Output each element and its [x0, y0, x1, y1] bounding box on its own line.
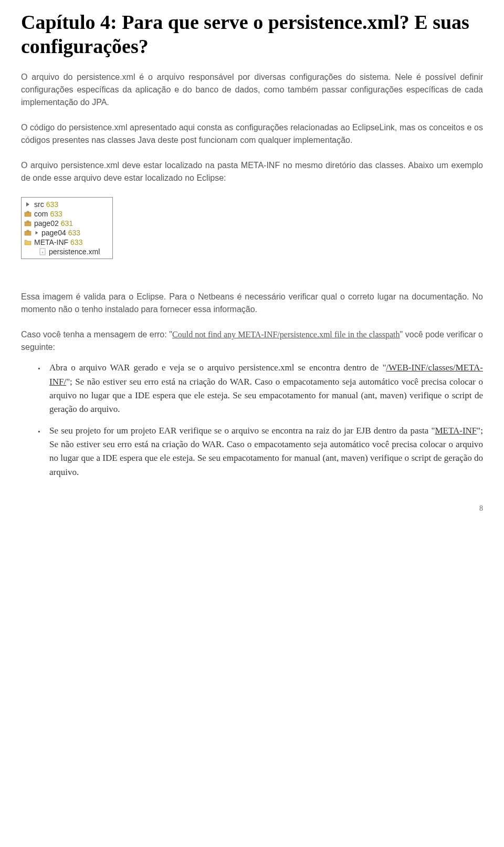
- tree-rev: 633: [50, 210, 62, 218]
- tree-label: page02: [34, 219, 59, 228]
- tree-row: META-INF 633: [24, 237, 102, 247]
- list-item: Abra o arquivo WAR gerado e veja se o ar…: [49, 361, 483, 416]
- tree-row: page02 631: [24, 219, 102, 228]
- xml-file-icon: x: [38, 248, 47, 255]
- package-icon: [24, 229, 32, 236]
- paragraph-4: Essa imagem é valida para o Eclipse. Par…: [21, 291, 483, 316]
- bullet-1-a: Abra o arquivo WAR gerado e veja se o ar…: [49, 363, 386, 373]
- svg-rect-4: [27, 221, 29, 222]
- paragraph-3: O arquivo persistence.xml deve estar loc…: [21, 159, 483, 184]
- eclipse-tree: src 633 com 633 page02 631 page04 633 ME…: [21, 197, 113, 259]
- svg-marker-7: [36, 231, 38, 234]
- expand-arrow-icon: [34, 229, 39, 236]
- tree-row: com 633: [24, 209, 102, 219]
- package-icon: [24, 220, 32, 227]
- paragraph-2: O código do persistence.xml apresentado …: [21, 121, 483, 147]
- tree-rev: 633: [70, 238, 82, 246]
- tree-label: src: [34, 200, 44, 209]
- tree-row: src 633: [24, 200, 102, 209]
- tree-row: page04 633: [24, 228, 102, 237]
- list-item: Se seu projeto for um projeto EAR verifi…: [49, 424, 483, 479]
- tree-rev: 633: [46, 200, 58, 209]
- tree-rev: 631: [61, 219, 73, 228]
- tree-label: page04: [41, 229, 66, 237]
- error-message: Could not find any META-INF/persistence.…: [172, 330, 400, 339]
- svg-rect-2: [27, 211, 29, 213]
- svg-text:x: x: [42, 251, 44, 254]
- page-number: 8: [21, 492, 483, 513]
- tree-label: META-INF: [34, 238, 68, 246]
- paragraph-1: O arquivo do persistence.xml é o arquivo…: [21, 71, 483, 109]
- expand-arrow-icon: [24, 201, 32, 208]
- bullet-2-path: META-INF: [435, 426, 477, 436]
- tree-label: com: [34, 210, 48, 218]
- tree-label: persistence.xml: [49, 247, 100, 256]
- bullet-list: Abra o arquivo WAR gerado e veja se o ar…: [21, 361, 483, 479]
- chapter-title: Capítulo 4: Para que serve o persistence…: [21, 11, 483, 58]
- tree-row: x persistence.xml: [24, 247, 102, 256]
- svg-rect-6: [27, 230, 29, 232]
- tree-rev: 633: [68, 229, 80, 237]
- paragraph-error: Caso você tenha a mensagem de erro: "Cou…: [21, 328, 483, 354]
- package-icon: [24, 210, 32, 218]
- svg-marker-0: [26, 202, 29, 206]
- bullet-1-c: "; Se não estiver seu erro está na criaç…: [49, 377, 483, 415]
- folder-icon: [24, 239, 32, 246]
- bullet-2-a: Se seu projeto for um projeto EAR verifi…: [49, 426, 435, 436]
- error-para-a: Caso você tenha a mensagem de erro: ": [21, 330, 172, 339]
